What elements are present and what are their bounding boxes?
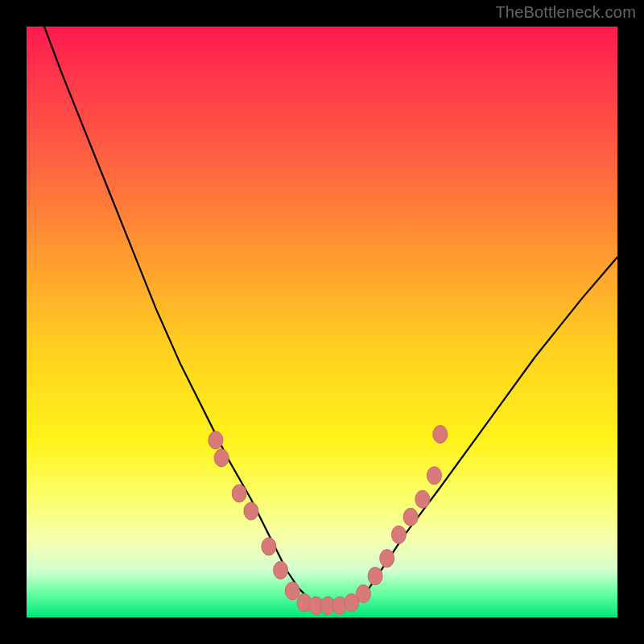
data-marker xyxy=(262,538,276,555)
data-marker xyxy=(208,431,223,449)
chart-svg xyxy=(27,27,617,617)
data-marker xyxy=(433,426,448,444)
data-marker xyxy=(356,585,370,603)
data-marker xyxy=(285,582,299,600)
data-marker xyxy=(214,449,229,467)
bottleneck-curve xyxy=(44,27,617,605)
data-markers xyxy=(208,426,448,615)
data-marker xyxy=(391,526,406,543)
chart-frame: TheBottleneck.com xyxy=(0,0,644,644)
data-marker xyxy=(427,467,442,485)
data-marker xyxy=(403,508,418,526)
data-marker xyxy=(380,550,394,568)
data-marker xyxy=(274,561,288,579)
data-marker xyxy=(244,502,258,520)
data-marker xyxy=(368,568,382,585)
watermark-text: TheBottleneck.com xyxy=(495,3,636,22)
data-marker xyxy=(415,490,430,508)
data-marker xyxy=(232,485,246,502)
chart-plot-area xyxy=(27,27,617,617)
